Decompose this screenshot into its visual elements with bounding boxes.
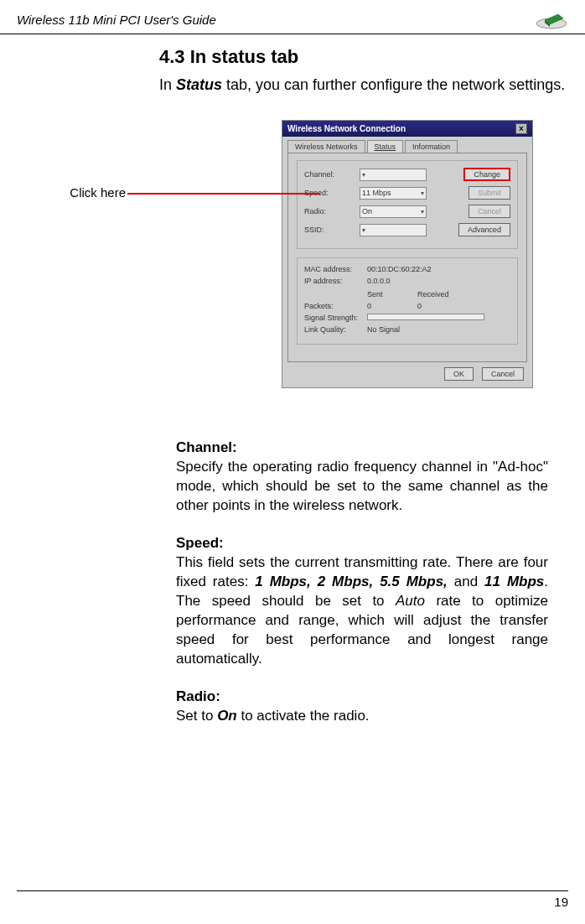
advanced-button[interactable]: Advanced — [458, 223, 510, 236]
body-text: Channel: Specify the operating radio fre… — [176, 439, 548, 725]
tab-wireless-networks[interactable]: Wireless Networks — [287, 140, 365, 153]
signal-bar — [367, 314, 484, 320]
sent-header: Sent — [367, 290, 417, 298]
link-value: No Signal — [367, 325, 400, 334]
page-footer: 19 — [17, 890, 568, 909]
ssid-label: SSID: — [304, 226, 355, 234]
mac-label: MAC address: — [304, 265, 367, 273]
callout-arrow — [127, 193, 320, 195]
intro-post: tab, you can further configure the netwo… — [222, 76, 565, 93]
packets-recv: 0 — [417, 302, 422, 310]
dialog-buttons: OK Cancel — [282, 362, 532, 387]
ip-label: IP address: — [304, 277, 367, 285]
info-group: MAC address:00:10:DC:60:22:A2 IP address… — [297, 257, 518, 345]
page-number: 19 — [554, 895, 568, 909]
change-button[interactable]: Change — [463, 168, 510, 181]
dialog-tabs: Wireless Networks Status Information — [287, 140, 527, 153]
section-title: 4.3 In status tab — [159, 46, 568, 68]
page-header: Wireless 11b Mini PCI User's Guide — [0, 0, 585, 34]
intro-pre: In — [159, 76, 176, 93]
speed-rates: 1 Mbps, 2 Mbps, 5.5 Mbps, — [255, 574, 448, 589]
tab-status[interactable]: Status — [367, 140, 404, 153]
header-title: Wireless 11b Mini PCI User's Guide — [17, 13, 216, 27]
radio-value: On — [362, 207, 372, 215]
channel-label: Channel: — [304, 170, 355, 179]
dialog-panel: Channel: Change Speed: 11 Mbps Submit Ra… — [287, 153, 527, 362]
ssid-input[interactable] — [360, 224, 427, 236]
cancel-button-inner[interactable]: Cancel — [469, 205, 510, 218]
channel-heading: Channel: — [176, 439, 548, 458]
link-label: Link Quality: — [304, 325, 367, 334]
signal-label: Signal Strength: — [304, 314, 367, 322]
radio-select[interactable]: On — [360, 205, 427, 218]
radio-pre: Set to — [176, 708, 217, 724]
packets-sent: 0 — [367, 302, 417, 310]
radio-paragraph: Set to On to activate the radio. — [176, 707, 548, 726]
radio-heading: Radio: — [176, 688, 548, 707]
speed-select[interactable]: 11 Mbps — [360, 187, 427, 200]
speed-heading: Speed: — [176, 534, 548, 553]
cancel-button[interactable]: Cancel — [482, 367, 524, 381]
dialog-titlebar: Wireless Network Connection × — [282, 121, 532, 137]
packets-label: Packets: — [304, 302, 367, 310]
settings-group: Channel: Change Speed: 11 Mbps Submit Ra… — [297, 160, 518, 249]
radio-on: On — [217, 708, 237, 724]
ip-value: 0.0.0.0 — [367, 277, 391, 285]
speed-last: 11 Mbps — [484, 574, 544, 589]
recv-header: Received — [417, 290, 449, 298]
ok-button[interactable]: OK — [444, 367, 474, 381]
dialog-window: Wireless Network Connection × Wireless N… — [282, 120, 533, 388]
section-intro: In Status tab, you can further configure… — [159, 75, 568, 95]
card-icon — [535, 8, 568, 30]
close-icon[interactable]: × — [515, 123, 527, 134]
speed-value: 11 Mbps — [362, 189, 391, 197]
speed-paragraph: This field sets the current transmitting… — [176, 553, 548, 669]
figure-row: Click here Wireless Network Connection ×… — [17, 120, 568, 388]
radio-label: Radio: — [304, 207, 355, 215]
intro-bold: Status — [176, 76, 222, 93]
speed-auto: Auto — [396, 593, 425, 609]
channel-paragraph: Specify the operating radio frequency ch… — [176, 458, 548, 516]
radio-post: to activate the radio. — [237, 708, 370, 724]
tab-information[interactable]: Information — [405, 140, 458, 153]
dialog-title-text: Wireless Network Connection — [287, 124, 406, 133]
click-here-label: Click here — [17, 185, 126, 200]
speed-and: and — [448, 574, 484, 589]
channel-select[interactable] — [360, 169, 427, 181]
submit-button[interactable]: Submit — [469, 186, 510, 200]
mac-value: 00:10:DC:60:22:A2 — [367, 265, 432, 273]
